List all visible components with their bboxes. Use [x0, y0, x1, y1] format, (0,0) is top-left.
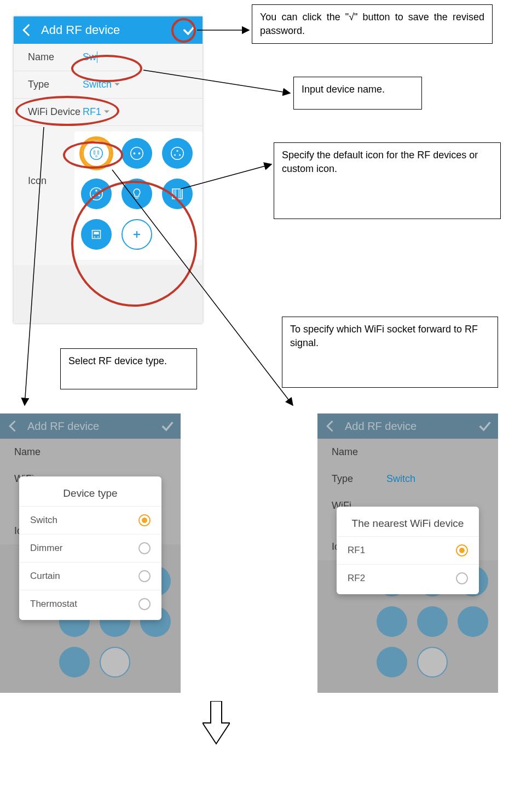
- svg-rect-2: [97, 151, 99, 154]
- dialog-title: Device type: [19, 484, 161, 506]
- svg-point-14: [99, 195, 100, 197]
- wifi-label: WiFi Device: [28, 106, 83, 118]
- app-header: Add RF device: [14, 16, 203, 44]
- svg-point-0: [90, 147, 103, 160]
- name-label: Name: [28, 51, 83, 63]
- type-selected-text: Switch: [83, 79, 112, 90]
- svg-rect-12: [96, 190, 97, 192]
- wifi-device-row[interactable]: WiFi Device RF1: [14, 99, 203, 125]
- radio-on-icon: [456, 544, 468, 556]
- svg-rect-1: [94, 151, 95, 154]
- icon-socket-round-icon[interactable]: [81, 179, 112, 209]
- option-dimmer[interactable]: Dimmer: [19, 534, 161, 562]
- icon-curtain-icon[interactable]: [162, 179, 193, 209]
- header-title: Add RF device: [34, 23, 182, 37]
- radio-off-icon: [138, 570, 151, 582]
- chevron-down-icon: [103, 106, 110, 118]
- svg-point-8: [177, 150, 178, 152]
- phone-wifi-dialog: Add RF device Name TypeSwitch WiFi Icon …: [317, 414, 498, 693]
- phone-device-type-dialog: Add RF device Name WiFi Icon Device type…: [0, 414, 181, 693]
- dialog-title: The nearest WiFi device: [337, 514, 479, 536]
- svg-point-5: [134, 152, 136, 154]
- callout-save: You can click the "√" button to save the…: [252, 4, 493, 44]
- device-type-dialog: Device type Switch Dimmer Curtain Thermo…: [19, 476, 161, 620]
- svg-point-13: [92, 195, 94, 197]
- icon-bulb-icon[interactable]: [122, 179, 152, 209]
- icon-row: Icon: [14, 126, 203, 265]
- chevron-down-icon: [114, 79, 120, 90]
- option-curtain[interactable]: Curtain: [19, 562, 161, 590]
- icon-add-custom-icon[interactable]: [122, 219, 152, 250]
- callout-icon: Specify the default icon for the RF devi…: [274, 142, 501, 219]
- icon-socket-eu-icon[interactable]: [122, 138, 152, 169]
- option-thermostat[interactable]: Thermostat: [19, 590, 161, 618]
- radio-off-icon: [138, 598, 151, 610]
- wifi-value[interactable]: RF1: [83, 106, 110, 118]
- radio-off-icon: [138, 542, 151, 554]
- flow-arrow-down-icon: [203, 701, 230, 745]
- option-rf2[interactable]: RF2: [337, 564, 479, 592]
- radio-off-icon: [456, 572, 468, 584]
- svg-rect-18: [94, 232, 99, 235]
- main-phone-screenshot: Add RF device Name Sw Type Switch WiFi D…: [14, 16, 203, 323]
- svg-point-20: [97, 236, 99, 237]
- svg-point-11: [90, 188, 103, 200]
- wifi-selected-text: RF1: [83, 106, 101, 118]
- svg-point-9: [174, 154, 176, 156]
- callout-name: Input device name.: [293, 77, 422, 110]
- icon-label: Icon: [28, 131, 74, 260]
- callout-type: Select RF device type.: [60, 348, 197, 389]
- option-rf1[interactable]: RF1: [337, 536, 479, 564]
- type-row[interactable]: Type Switch: [14, 71, 203, 98]
- icon-grid: [74, 131, 203, 260]
- icon-socket-us-icon[interactable]: [81, 138, 112, 169]
- option-switch[interactable]: Switch: [19, 506, 161, 534]
- type-label: Type: [28, 79, 83, 90]
- svg-point-19: [94, 236, 95, 237]
- wifi-device-dialog: The nearest WiFi device RF1 RF2: [337, 507, 479, 594]
- confirm-check-icon[interactable]: [182, 22, 197, 38]
- name-row: Name Sw: [14, 44, 203, 71]
- type-value[interactable]: Switch: [83, 79, 120, 90]
- svg-point-3: [96, 156, 97, 157]
- name-input[interactable]: Sw: [83, 51, 97, 63]
- svg-point-10: [179, 154, 181, 156]
- icon-socket-uk-icon[interactable]: [162, 138, 193, 169]
- svg-point-6: [138, 152, 141, 154]
- svg-point-7: [171, 147, 184, 160]
- icon-thermostat-icon[interactable]: [81, 219, 112, 250]
- callout-wifi: To specify which WiFi socket forward to …: [282, 317, 498, 388]
- svg-point-4: [131, 147, 143, 160]
- back-icon[interactable]: [19, 22, 34, 38]
- radio-on-icon: [138, 514, 151, 526]
